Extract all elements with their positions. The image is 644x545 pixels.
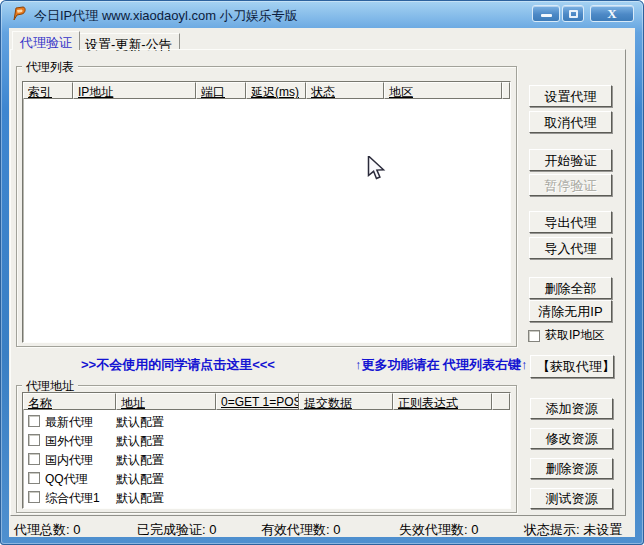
clear-dead-ip-button[interactable]: 清除无用IP xyxy=(529,300,612,322)
export-proxy-button[interactable]: 导出代理 xyxy=(529,211,612,233)
column-header-regex[interactable]: 正则表达式 xyxy=(393,393,492,410)
column-header-filler xyxy=(492,393,510,410)
proxy-list-table[interactable]: 索引 IP地址 端口 延迟(ms) 状态 地区 xyxy=(22,81,511,343)
proxy-list-header: 索引 IP地址 端口 延迟(ms) 状态 地区 xyxy=(23,82,510,99)
column-header-index[interactable]: 索引 xyxy=(23,82,73,99)
source-checkbox[interactable] xyxy=(28,453,40,465)
source-row-qq[interactable]: QQ代理 默认配置 xyxy=(23,469,510,488)
source-name: 综合代理1 xyxy=(45,490,100,507)
set-proxy-button[interactable]: 设置代理 xyxy=(529,85,612,107)
more-features-hint: ↑更多功能请在 代理列表右键↑ xyxy=(355,356,528,374)
column-header-ip[interactable]: IP地址 xyxy=(73,82,196,99)
tab-proxy-verify[interactable]: 代理验证 xyxy=(12,31,80,50)
source-name: 国外代理 xyxy=(45,433,93,450)
source-name: 国内代理 xyxy=(45,452,93,469)
status-hint: 状态提示: 未设置 xyxy=(524,521,622,539)
import-proxy-button[interactable]: 导入代理 xyxy=(529,237,612,259)
column-header-latency[interactable]: 延迟(ms) xyxy=(246,82,306,99)
source-checkbox[interactable] xyxy=(28,415,40,427)
add-source-button[interactable]: 添加资源 xyxy=(530,398,613,419)
mouse-cursor-icon xyxy=(367,156,388,184)
maximize-button[interactable] xyxy=(562,5,584,22)
source-name: 最新代理 xyxy=(45,414,93,431)
client-area: 代理验证 设置-更新-公告 代理列表 索引 IP地址 端口 延迟(ms) 状态 … xyxy=(9,28,635,537)
source-checkbox[interactable] xyxy=(28,434,40,446)
get-proxy-button[interactable]: 【获取代理】 xyxy=(530,355,614,378)
minimize-button[interactable] xyxy=(532,5,560,22)
start-verify-button[interactable]: 开始验证 xyxy=(529,149,612,171)
minimize-icon xyxy=(541,14,552,17)
source-row-foreign[interactable]: 国外代理 默认配置 xyxy=(23,431,510,450)
proxy-list-group-title: 代理列表 xyxy=(22,59,78,76)
source-config: 默认配置 xyxy=(116,490,164,507)
column-header-status[interactable]: 状态 xyxy=(306,82,384,99)
close-icon: X xyxy=(607,7,616,20)
status-total-proxies: 代理总数: 0 xyxy=(14,521,80,539)
column-header-method[interactable]: 0=GET 1=POST xyxy=(216,393,299,410)
source-config: 默认配置 xyxy=(116,414,164,431)
status-invalid-count: 失效代理数: 0 xyxy=(399,521,478,539)
column-header-region[interactable]: 地区 xyxy=(384,82,502,99)
source-row-domestic[interactable]: 国内代理 默认配置 xyxy=(23,450,510,469)
delete-all-button[interactable]: 删除全部 xyxy=(529,277,612,299)
source-config: 默认配置 xyxy=(116,433,164,450)
source-config: 默认配置 xyxy=(116,471,164,488)
column-header-port[interactable]: 端口 xyxy=(196,82,246,99)
column-header-postdata[interactable]: 提交数据 xyxy=(299,393,393,410)
status-verified-count: 已完成验证: 0 xyxy=(137,521,216,539)
close-button[interactable]: X xyxy=(590,5,634,22)
proxy-sources-header: 名称 地址 0=GET 1=POST 提交数据 正则表达式 xyxy=(23,393,510,410)
app-icon xyxy=(11,5,28,22)
tab-settings-update-notice[interactable]: 设置-更新-公告 xyxy=(77,33,180,50)
get-ip-region-row: 获取IP地区 xyxy=(528,327,604,344)
cancel-proxy-button[interactable]: 取消代理 xyxy=(529,111,612,133)
edit-source-button[interactable]: 修改资源 xyxy=(530,428,613,449)
proxy-sources-table[interactable]: 名称 地址 0=GET 1=POST 提交数据 正则表达式 最新代理 默认配置 … xyxy=(22,392,511,509)
window-title: 今日IP代理 www.xiaodaoyl.com 小刀娱乐专版 xyxy=(34,7,298,25)
app-window: 今日IP代理 www.xiaodaoyl.com 小刀娱乐专版 X 代理验证 设… xyxy=(0,0,644,545)
delete-source-button[interactable]: 删除资源 xyxy=(530,458,613,479)
get-ip-region-label: 获取IP地区 xyxy=(545,327,604,344)
help-link[interactable]: >>不会使用的同学请点击这里<<< xyxy=(81,356,275,374)
proxy-list-body[interactable] xyxy=(23,99,510,342)
proxy-sources-body: 最新代理 默认配置 国外代理 默认配置 国内代理 默认配置 QQ代理 默认配置 xyxy=(23,410,510,508)
maximize-icon xyxy=(569,10,578,18)
get-ip-region-checkbox[interactable] xyxy=(528,330,540,342)
titlebar[interactable]: 今日IP代理 www.xiaodaoyl.com 小刀娱乐专版 X xyxy=(0,0,644,28)
test-source-button[interactable]: 测试资源 xyxy=(530,488,613,509)
column-header-address[interactable]: 地址 xyxy=(116,393,216,410)
source-name: QQ代理 xyxy=(45,471,88,488)
column-header-name[interactable]: 名称 xyxy=(23,393,116,410)
source-row-newest[interactable]: 最新代理 默认配置 xyxy=(23,412,510,431)
pause-verify-button[interactable]: 暂停验证 xyxy=(529,174,612,196)
column-header-filler xyxy=(502,82,510,99)
status-valid-count: 有效代理数: 0 xyxy=(261,521,340,539)
source-checkbox[interactable] xyxy=(28,491,40,503)
source-row-combined[interactable]: 综合代理1 默认配置 xyxy=(23,488,510,507)
source-config: 默认配置 xyxy=(116,452,164,469)
source-checkbox[interactable] xyxy=(28,472,40,484)
